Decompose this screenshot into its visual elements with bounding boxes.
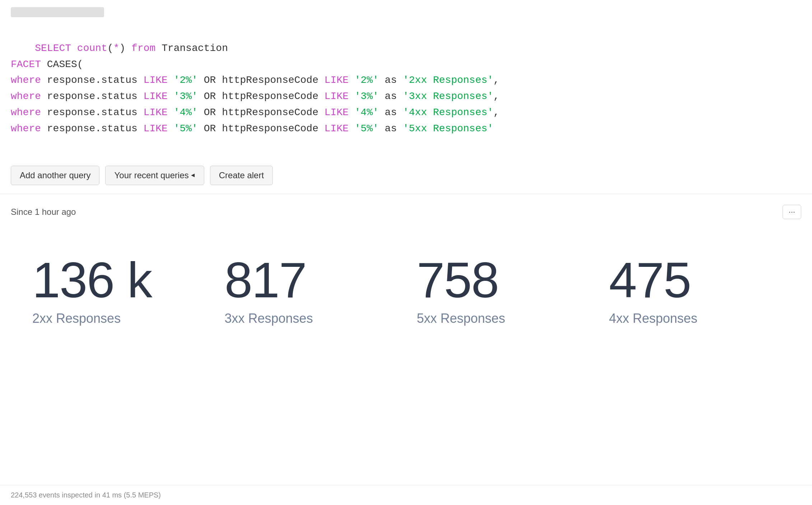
val-5pct-2: '5%' bbox=[355, 123, 379, 134]
as4: as bbox=[379, 123, 403, 134]
kw-like-1-2: LIKE bbox=[325, 75, 349, 86]
kw-where-2: where bbox=[11, 91, 41, 102]
asterisk: * bbox=[113, 43, 120, 54]
create-alert-label: Create alert bbox=[219, 170, 264, 180]
space5 bbox=[168, 107, 174, 118]
kw-select: SELECT bbox=[35, 43, 71, 54]
metrics-grid: 136 k 2xx Responses 817 3xx Responses 75… bbox=[11, 233, 801, 348]
metric-value-3xx: 817 bbox=[225, 255, 307, 305]
val-5pct-1: '5%' bbox=[174, 123, 198, 134]
kw-like-2-1: LIKE bbox=[144, 91, 168, 102]
metric-label-4xx: 4xx Responses bbox=[609, 311, 697, 326]
metric-label-5xx: 5xx Responses bbox=[417, 311, 505, 326]
space1 bbox=[168, 75, 174, 86]
code-block: SELECT count(*) from Transaction FACET C… bbox=[11, 24, 801, 153]
val-3pct-2: '3%' bbox=[355, 91, 379, 102]
metric-item-3xx: 817 3xx Responses bbox=[214, 255, 406, 326]
alias-4xx: '4xx Responses' bbox=[403, 107, 493, 118]
top-bar bbox=[0, 0, 812, 21]
more-options-icon: ··· bbox=[789, 207, 795, 217]
add-another-query-label: Add another query bbox=[20, 170, 90, 180]
kw-like-4-2: LIKE bbox=[325, 123, 349, 134]
or3: OR httpResponseCode bbox=[198, 107, 325, 118]
kw-like-2-2: LIKE bbox=[325, 91, 349, 102]
val-2pct-2: '2%' bbox=[355, 75, 379, 86]
kw-like-4-1: LIKE bbox=[144, 123, 168, 134]
cases-keyword: CASES( bbox=[41, 59, 83, 70]
kw-where-4: where bbox=[11, 123, 41, 134]
metric-label-2xx: 2xx Responses bbox=[32, 311, 121, 326]
more-options-button[interactable]: ··· bbox=[783, 205, 801, 219]
as3: as bbox=[379, 107, 403, 118]
or2: OR httpResponseCode bbox=[198, 91, 325, 102]
kw-facet: FACET bbox=[11, 59, 41, 70]
kw-like-3-1: LIKE bbox=[144, 107, 168, 118]
kw-where-3: where bbox=[11, 107, 41, 118]
metric-value-5xx: 758 bbox=[417, 255, 499, 305]
comma3: , bbox=[493, 107, 499, 118]
space4 bbox=[349, 91, 355, 102]
results-section: Since 1 hour ago ··· 136 k 2xx Responses… bbox=[0, 194, 812, 355]
as1: as bbox=[379, 75, 403, 86]
metric-item-2xx: 136 k 2xx Responses bbox=[22, 255, 214, 326]
field2-1: response.status bbox=[41, 91, 144, 102]
val-4pct-2: '4%' bbox=[355, 107, 379, 118]
field1-1: response.status bbox=[41, 75, 144, 86]
count-fn bbox=[71, 43, 77, 54]
footer-text: 224,553 events inspected in 41 ms (5.5 M… bbox=[11, 491, 161, 499]
kw-from: from bbox=[125, 43, 155, 54]
kw-like-3-2: LIKE bbox=[325, 107, 349, 118]
kw-like-1-1: LIKE bbox=[144, 75, 168, 86]
recent-queries-label: Your recent queries bbox=[114, 170, 188, 180]
alias-3xx: '3xx Responses' bbox=[403, 91, 493, 102]
footer-bar: 224,553 events inspected in 41 ms (5.5 M… bbox=[0, 485, 812, 505]
as2: as bbox=[379, 91, 403, 102]
field3-1: response.status bbox=[41, 107, 144, 118]
create-alert-button[interactable]: Create alert bbox=[210, 166, 273, 185]
paren-close: ) bbox=[120, 43, 126, 54]
space8 bbox=[349, 123, 355, 134]
space2 bbox=[349, 75, 355, 86]
metric-item-4xx: 475 4xx Responses bbox=[598, 255, 791, 326]
metric-value-4xx: 475 bbox=[609, 255, 691, 305]
space6 bbox=[349, 107, 355, 118]
toolbar: Add another query Your recent queries ▾ … bbox=[0, 160, 812, 194]
recent-queries-button[interactable]: Your recent queries ▾ bbox=[105, 166, 204, 185]
val-4pct-1: '4%' bbox=[174, 107, 198, 118]
since-label: Since 1 hour ago bbox=[11, 207, 76, 217]
alias-2xx: '2xx Responses' bbox=[403, 75, 493, 86]
metric-value-2xx: 136 k bbox=[32, 255, 151, 305]
val-2pct-1: '2%' bbox=[174, 75, 198, 86]
field4-1: response.status bbox=[41, 123, 144, 134]
val-3pct-1: '3%' bbox=[174, 91, 198, 102]
comma1: , bbox=[493, 75, 499, 86]
comma2: , bbox=[493, 91, 499, 102]
query-editor: SELECT count(*) from Transaction FACET C… bbox=[0, 21, 812, 160]
or4: OR httpResponseCode bbox=[198, 123, 325, 134]
chevron-down-icon: ▾ bbox=[189, 174, 198, 177]
results-header: Since 1 hour ago ··· bbox=[11, 205, 801, 219]
alias-5xx: '5xx Responses' bbox=[403, 123, 493, 134]
metric-item-5xx: 758 5xx Responses bbox=[406, 255, 598, 326]
paren-open: ( bbox=[107, 43, 113, 54]
metric-label-3xx: 3xx Responses bbox=[225, 311, 313, 326]
space7 bbox=[168, 123, 174, 134]
top-bar-placeholder bbox=[11, 7, 104, 17]
add-another-query-button[interactable]: Add another query bbox=[11, 166, 99, 185]
space3 bbox=[168, 91, 174, 102]
kw-where-1: where bbox=[11, 75, 41, 86]
or1: OR httpResponseCode bbox=[198, 75, 325, 86]
entity-transaction: Transaction bbox=[155, 43, 228, 54]
count-function: count bbox=[77, 43, 107, 54]
